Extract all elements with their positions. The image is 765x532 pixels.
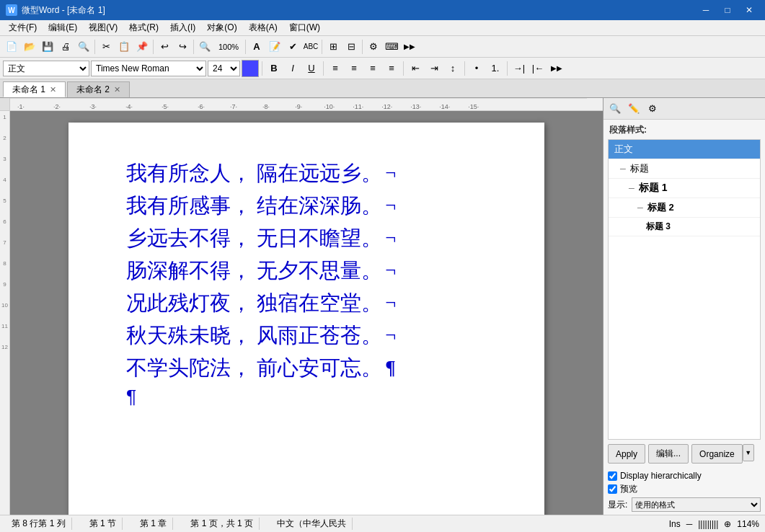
tab-doc1[interactable]: 未命名 1 ✕ xyxy=(3,81,66,97)
bold-format-btn[interactable]: A xyxy=(248,38,265,56)
menu-insert[interactable]: 插入(I) xyxy=(164,20,201,35)
save-button[interactable]: 💾 xyxy=(39,38,56,56)
print-button[interactable]: 🖨 xyxy=(57,38,74,56)
biaoti2-label: 标题 2 xyxy=(647,201,674,214)
zhengwen-label: 正文 xyxy=(614,143,633,156)
status-page: 第 1 页，共 1 页 xyxy=(185,518,260,530)
tab-doc2-close[interactable]: ✕ xyxy=(114,85,120,94)
status-lang: 中文（中华人民共 xyxy=(271,518,353,530)
tab-doc2[interactable]: 未命名 2 ✕ xyxy=(67,81,130,97)
decrease-indent-button[interactable]: |← xyxy=(529,60,547,77)
biaoti1-label: 标题 1 xyxy=(639,182,668,195)
menu-table[interactable]: 表格(A) xyxy=(243,20,283,35)
maximize-button[interactable]: □ xyxy=(717,3,738,17)
right-panel: 🔍 ✏️ ⚙ 段落样式: 正文 ─ 标题 ─ 标题 1 ─ 标题 2 xyxy=(603,98,765,515)
align-right-button[interactable]: ≡ xyxy=(364,60,381,77)
font-color-button[interactable] xyxy=(242,60,259,77)
indent-right-button[interactable]: ⇥ xyxy=(425,60,443,77)
menu-edit[interactable]: 编辑(E) xyxy=(43,20,83,35)
line-mark-7: ¶ xyxy=(385,355,395,381)
spell-btn[interactable]: ABC xyxy=(302,38,319,56)
right-panel-options: Display hierarchically 预览 显示: 使用的格式 xyxy=(603,468,765,515)
horizontal-ruler: // We'll just draw static ruler marks in… xyxy=(0,98,603,111)
italic-button[interactable]: I xyxy=(284,60,301,77)
poem-line-6: 秋天殊未晓， 风雨正苍苍。 ¬ xyxy=(126,321,501,350)
preview-checkbox[interactable] xyxy=(608,484,617,494)
style-item-biaoti3[interactable]: 标题 3 xyxy=(609,218,760,236)
tab-doc1-close[interactable]: ✕ xyxy=(50,85,56,94)
table-btn[interactable]: ⊞ xyxy=(324,38,342,56)
style-item-biaoti1[interactable]: ─ 标题 1 xyxy=(609,179,760,198)
keyboard-btn[interactable]: ⌨ xyxy=(383,38,400,56)
styles-view-btn[interactable]: 🔍 xyxy=(606,100,624,118)
organize-button[interactable]: Organize xyxy=(691,444,743,464)
menu-object[interactable]: 对象(O) xyxy=(201,20,242,35)
list-number-button[interactable]: 1. xyxy=(487,60,504,77)
style-item-zhengwen[interactable]: 正文 xyxy=(609,140,760,159)
poem-line-5: 况此残灯夜， 独宿在空堂。 ¬ xyxy=(126,288,501,318)
find-button[interactable]: 🔍 xyxy=(196,38,213,56)
document-tabs: 未命名 1 ✕ 未命名 2 ✕ xyxy=(0,79,765,98)
new-button[interactable]: 📄 xyxy=(3,38,20,56)
preview-button[interactable]: 🔍 xyxy=(75,38,92,56)
text-format-btn[interactable]: 📝 xyxy=(266,38,283,56)
more-btn[interactable]: ▶▶ xyxy=(401,38,418,56)
font-dropdown[interactable]: Times New Roman xyxy=(91,61,206,76)
columns-btn[interactable]: ⊟ xyxy=(342,38,360,56)
align-justify-button[interactable]: ≡ xyxy=(383,60,400,77)
style-item-biaoti2[interactable]: ─ 标题 2 xyxy=(609,198,760,218)
poem-text-2: 我有所感事， 结在深深肠。 xyxy=(126,191,382,221)
poem-text-4: 肠深解不得， 无夕不思量。 xyxy=(126,256,382,285)
styles-edit-btn[interactable]: ✏️ xyxy=(625,100,642,118)
poem-line-2: 我有所感事， 结在深深肠。 ¬ xyxy=(126,191,501,221)
minimize-button[interactable]: ─ xyxy=(696,3,716,17)
menu-file[interactable]: 文件(F) xyxy=(3,20,43,35)
bold-button[interactable]: B xyxy=(265,60,283,77)
organize-dropdown[interactable]: ▼ xyxy=(743,444,754,461)
undo-button[interactable]: ↩ xyxy=(156,38,173,56)
display-hierarchically-checkbox[interactable] xyxy=(608,471,617,481)
menu-view[interactable]: 视图(V) xyxy=(83,20,123,35)
status-zoom-minus[interactable]: ─ xyxy=(686,519,693,529)
sep2 xyxy=(153,40,154,54)
indent-left-button[interactable]: ⇤ xyxy=(407,60,424,77)
biaoti-label: 标题 xyxy=(630,162,649,175)
list-bullet-button[interactable]: • xyxy=(468,60,485,77)
font-size-dropdown[interactable]: 24 xyxy=(208,61,240,76)
status-zoom-plus[interactable]: ⊕ xyxy=(724,519,731,529)
style-list[interactable]: 正文 ─ 标题 ─ 标题 1 ─ 标题 2 标题 3 xyxy=(608,139,761,440)
edit-button[interactable]: 编辑... xyxy=(648,444,689,464)
check-btn[interactable]: ✔ xyxy=(284,38,301,56)
style-item-biaoti[interactable]: ─ 标题 xyxy=(609,159,760,179)
menu-format[interactable]: 格式(R) xyxy=(123,20,164,35)
poem-text-7: 不学头陀法， 前心安可忘。 xyxy=(126,353,382,383)
display-hierarchically-label: Display hierarchically xyxy=(620,471,702,481)
underline-button[interactable]: U xyxy=(303,60,320,77)
status-ins: Ins xyxy=(669,519,681,529)
show-select[interactable]: 使用的格式 xyxy=(632,497,761,512)
status-zoom-level: 114% xyxy=(737,519,759,529)
align-center-button[interactable]: ≡ xyxy=(345,60,363,77)
increase-indent-button[interactable]: →| xyxy=(510,60,528,77)
poem-text-1: 我有所念人， 隔在远远乡。 xyxy=(126,159,382,188)
copy-button[interactable]: 📋 xyxy=(115,38,133,56)
document-canvas[interactable]: 我有所念人， 隔在远远乡。 ¬ 我有所感事， 结在深深肠。 ¬ 乡远去不得， 无… xyxy=(68,123,544,515)
line-spacing-button[interactable]: ↕ xyxy=(444,60,461,77)
zoom-select[interactable]: 100% xyxy=(214,38,243,56)
more-format-btn[interactable]: ▶▶ xyxy=(548,60,565,77)
align-left-button[interactable]: ≡ xyxy=(327,60,344,77)
menu-window[interactable]: 窗口(W) xyxy=(283,20,326,35)
apply-button[interactable]: Apply xyxy=(608,444,645,464)
fmt-sep2 xyxy=(323,61,324,76)
styles-organize-btn[interactable]: ⚙ xyxy=(644,100,661,118)
line-mark-4: ¬ xyxy=(385,257,396,284)
title-bar: W 微型Word - [未命名 1] ─ □ ✕ xyxy=(0,0,765,20)
cut-button[interactable]: ✂ xyxy=(97,38,115,56)
close-button[interactable]: ✕ xyxy=(739,3,759,17)
open-button[interactable]: 📂 xyxy=(21,38,38,56)
redo-button[interactable]: ↪ xyxy=(174,38,191,56)
style-dropdown[interactable]: 正文 xyxy=(3,61,89,76)
document-scroll-area[interactable]: 我有所念人， 隔在远远乡。 ¬ 我有所感事， 结在深深肠。 ¬ 乡远去不得， 无… xyxy=(10,111,603,515)
settings-btn[interactable]: ⚙ xyxy=(365,38,382,56)
paste-button[interactable]: 📌 xyxy=(133,38,151,56)
